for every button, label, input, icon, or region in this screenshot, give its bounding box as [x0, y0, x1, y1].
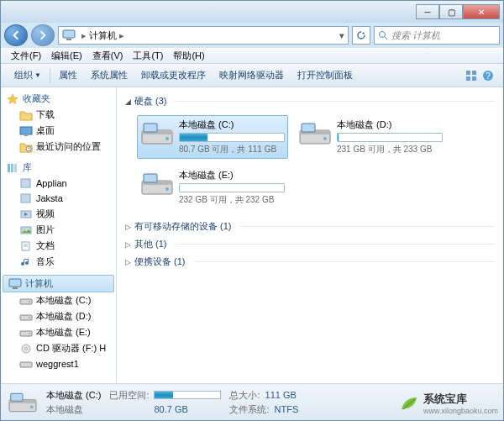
sidebar-item-videos[interactable]: 视频	[1, 206, 116, 222]
section-removable[interactable]: ▷ 有可移动存储的设备 (1)	[125, 218, 495, 235]
refresh-button[interactable]	[352, 26, 370, 45]
status-total-label: 总大小:	[229, 389, 260, 402]
collapse-icon: ▷	[125, 258, 131, 266]
map-drive-button[interactable]: 映射网络驱动器	[213, 69, 291, 82]
drive-item[interactable]: 本地磁盘 (D:) 231 GB 可用，共 233 GB	[295, 115, 446, 159]
folder-icon	[19, 177, 33, 189]
titlebar: ─ ▢ ✕	[1, 1, 503, 23]
drive-stat: 232 GB 可用，共 232 GB	[179, 194, 285, 206]
expand-icon: ◢	[125, 97, 131, 106]
drive-item[interactable]: 本地磁盘 (C:) 80.7 GB 可用，共 111 GB	[137, 115, 288, 159]
sidebar-item-pictures[interactable]: 图片	[1, 222, 116, 238]
sidebar-item-downloads[interactable]: 下载	[1, 107, 116, 123]
svg-rect-24	[9, 279, 21, 287]
svg-point-37	[165, 137, 169, 140]
system-properties-button[interactable]: 系统属性	[84, 69, 134, 82]
svg-rect-46	[144, 174, 157, 182]
leaf-icon	[398, 392, 420, 414]
sidebar-favorites-head[interactable]: 收藏夹	[1, 91, 116, 107]
menu-file[interactable]: 文件(F)	[6, 50, 46, 62]
drive-icon	[19, 311, 33, 323]
svg-rect-4	[466, 71, 470, 75]
svg-point-31	[29, 333, 30, 334]
back-button[interactable]	[4, 24, 28, 46]
svg-rect-7	[472, 76, 476, 81]
sidebar-item-documents[interactable]: 文档	[1, 238, 116, 254]
sidebar-item-weggrest1[interactable]: weggrest1	[1, 356, 116, 371]
menu-tools[interactable]: 工具(T)	[128, 50, 168, 62]
body-split: 收藏夹 下载 桌面 最近访问的位置 库 Applian Jaksta 视频 图片…	[1, 87, 503, 383]
menu-help[interactable]: 帮助(H)	[168, 50, 209, 62]
svg-point-29	[29, 317, 30, 318]
sidebar-libraries-head[interactable]: 库	[1, 160, 116, 176]
status-drive-name: 本地磁盘 (C:)	[46, 389, 101, 402]
minimize-button[interactable]: ─	[416, 4, 439, 19]
help-icon-button[interactable]: ?	[480, 67, 496, 84]
organize-button[interactable]: 组织 ▼	[8, 69, 48, 82]
search-icon	[378, 30, 388, 40]
properties-button[interactable]: 属性	[52, 69, 84, 82]
library-icon	[6, 162, 19, 174]
music-icon	[19, 256, 33, 268]
drive-name: 本地磁盘 (D:)	[337, 118, 443, 131]
close-button[interactable]: ✕	[463, 4, 500, 19]
arrow-left-icon	[11, 30, 21, 40]
menu-bar: 文件(F) 编辑(E) 查看(V) 工具(T) 帮助(H)	[1, 48, 503, 64]
sidebar-item-cd-drive[interactable]: CD 驱动器 (F:) H	[1, 340, 116, 356]
control-panel-button[interactable]: 打开控制面板	[291, 69, 360, 82]
drive-item[interactable]: 本地磁盘 (E:) 232 GB 可用，共 232 GB	[137, 166, 288, 209]
drive-icon	[140, 118, 174, 149]
drive-info: 本地磁盘 (C:) 80.7 GB 可用，共 111 GB	[179, 118, 285, 155]
search-input[interactable]: 搜索 计算机	[374, 26, 500, 45]
sidebar-item-drive-d[interactable]: 本地磁盘 (D:)	[1, 308, 116, 324]
section-other[interactable]: ▷ 其他 (1)	[125, 235, 495, 253]
recent-icon	[19, 141, 33, 153]
svg-rect-25	[13, 287, 18, 289]
breadcrumb-sep: ▸	[79, 30, 89, 41]
status-title-col: 本地磁盘 (C:) 本地磁盘	[46, 389, 101, 416]
svg-rect-14	[11, 164, 13, 172]
cd-icon	[19, 343, 33, 355]
drive-icon	[19, 295, 33, 307]
breadcrumb-sep: ▸	[117, 30, 127, 41]
sidebar-item-jaksta[interactable]: Jaksta	[1, 191, 116, 206]
breadcrumb-computer[interactable]: 计算机	[89, 29, 117, 42]
drive-name: 本地磁盘 (C:)	[179, 118, 285, 131]
address-dropdown[interactable]: ▾	[339, 30, 344, 41]
sidebar-item-desktop[interactable]: 桌面	[1, 123, 116, 139]
address-bar[interactable]: ▸ 计算机 ▸ ▾	[58, 26, 349, 45]
sidebar-item-drive-c[interactable]: 本地磁盘 (C:)	[1, 292, 116, 308]
section-portable[interactable]: ▷ 便携设备 (1)	[125, 253, 495, 271]
status-fs-value: NTFS	[275, 404, 299, 414]
svg-text:?: ?	[486, 71, 491, 81]
svg-rect-5	[472, 71, 476, 75]
drive-stat: 80.7 GB 可用，共 111 GB	[179, 144, 285, 155]
sidebar-item-music[interactable]: 音乐	[1, 254, 116, 270]
view-mode-button[interactable]	[463, 67, 480, 84]
sidebar-item-recent[interactable]: 最近访问的位置	[1, 139, 116, 155]
network-icon	[19, 358, 33, 370]
sidebar-item-drive-e[interactable]: 本地磁盘 (E:)	[1, 324, 116, 340]
sidebar-item-applian[interactable]: Applian	[1, 176, 116, 191]
status-used-value: 80.7 GB	[154, 404, 187, 414]
svg-point-45	[165, 187, 169, 191]
forward-button[interactable]	[31, 24, 55, 46]
drive-icon	[19, 327, 33, 339]
sidebar-favorites: 收藏夹 下载 桌面 最近访问的位置	[1, 91, 116, 155]
maximize-button[interactable]: ▢	[439, 4, 463, 19]
svg-rect-42	[302, 124, 315, 132]
watermark: 系统宝库 www.xilongbaoku.com	[398, 392, 498, 415]
computer-icon	[8, 278, 22, 290]
arrow-right-icon	[38, 30, 48, 40]
section-hdd[interactable]: ◢ 硬盘 (3)	[125, 92, 495, 110]
status-used-col: 已用空间: 已用空间: 80.7 GB	[109, 389, 221, 416]
sidebar-computer-head[interactable]: 计算机	[3, 275, 114, 292]
video-icon	[19, 208, 33, 220]
svg-rect-34	[20, 362, 32, 367]
svg-rect-16	[21, 179, 30, 187]
menu-view[interactable]: 查看(V)	[87, 50, 129, 62]
menu-edit[interactable]: 编辑(E)	[46, 50, 87, 62]
uninstall-button[interactable]: 卸载或更改程序	[134, 69, 213, 82]
refresh-icon	[356, 30, 366, 40]
collapse-icon: ▷	[125, 223, 131, 231]
